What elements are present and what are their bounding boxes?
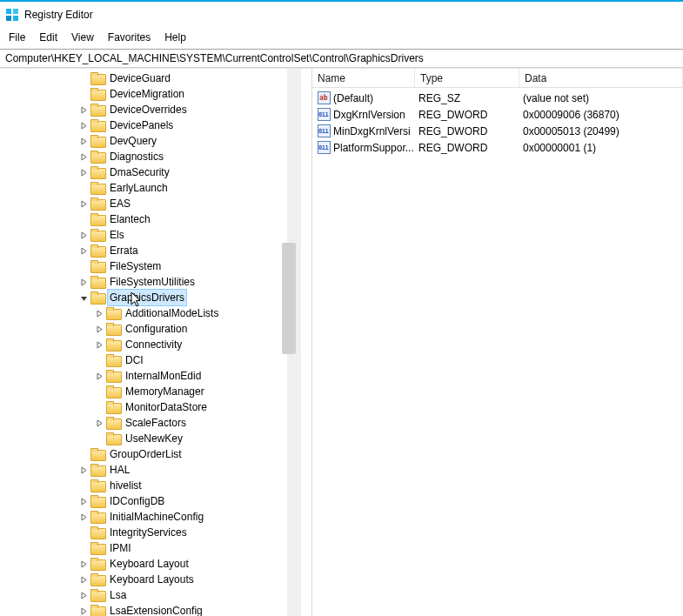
tree-expander-open-icon[interactable] [78, 292, 89, 303]
values-list-pane[interactable]: Name Type Data (Default)REG_SZ(value not… [312, 69, 683, 616]
tree-node[interactable]: Configuration [0, 321, 306, 337]
tree-node-label: MemoryManager [124, 384, 206, 399]
tree-node[interactable]: AdditionalModeLists [0, 305, 306, 321]
value-row[interactable]: MinDxgKrnlVersiREG_DWORD0x00005013 (2049… [312, 123, 683, 139]
tree-node[interactable]: EarlyLaunch [0, 180, 306, 196]
tree-expander-closed-icon[interactable] [78, 512, 89, 522]
tree-node[interactable]: DCI [0, 352, 306, 368]
tree-node[interactable]: Connectivity [0, 337, 306, 352]
menu-help[interactable]: Help [159, 30, 191, 45]
tree-node[interactable]: IPMI [0, 540, 306, 556]
tree-node[interactable]: Keyboard Layout [0, 556, 306, 572]
tree-node[interactable]: InitialMachineConfig [0, 509, 306, 525]
tree-node[interactable]: DmaSecurity [0, 164, 306, 180]
folder-icon [90, 511, 104, 523]
tree-expander-closed-icon[interactable] [78, 574, 89, 585]
menu-view[interactable]: View [66, 30, 99, 45]
folder-icon [90, 448, 104, 460]
value-name: (Default) [333, 92, 373, 104]
tree-expander-closed-icon[interactable] [78, 559, 89, 569]
tree-pane[interactable]: DeviceGuardDeviceMigrationDeviceOverride… [0, 69, 306, 616]
tree-node[interactable]: EAS [0, 196, 306, 211]
tree-expander-closed-icon[interactable] [94, 418, 104, 428]
folder-icon [90, 260, 104, 272]
folder-icon [106, 307, 120, 319]
tree-node[interactable]: InternalMonEdid [0, 368, 306, 384]
col-header-data[interactable]: Data [519, 69, 683, 87]
tree-node[interactable]: Errata [0, 243, 306, 258]
tree-node[interactable]: DeviceMigration [0, 86, 306, 102]
tree-expander-closed-icon[interactable] [78, 151, 89, 162]
tree-node[interactable]: FileSystemUtilities [0, 274, 306, 290]
tree-node-label: Configuration [124, 321, 189, 337]
value-name: PlatformSuppor... [333, 142, 414, 154]
value-row[interactable]: DxgKrnlVersionREG_DWORD0x00009006 (36870… [312, 106, 683, 123]
tree-node[interactable]: DeviceOverrides [0, 102, 306, 117]
menu-edit[interactable]: Edit [34, 30, 63, 45]
value-row[interactable]: PlatformSuppor...REG_DWORD0x00000001 (1) [312, 139, 683, 156]
menu-favorites[interactable]: Favorites [103, 30, 156, 45]
tree-node[interactable]: Diagnostics [0, 149, 306, 164]
tree-expander-closed-icon[interactable] [78, 277, 89, 287]
tree-expander-closed-icon[interactable] [94, 308, 104, 318]
tree-expander-closed-icon[interactable] [78, 606, 89, 616]
tree-expander-closed-icon[interactable] [78, 465, 89, 475]
folder-icon [90, 104, 104, 116]
tree-expander-closed-icon[interactable] [78, 496, 89, 506]
tree-node[interactable]: Keyboard Layouts [0, 572, 306, 587]
tree-node-label: DCI [124, 352, 145, 368]
tree-node[interactable]: IntegrityServices [0, 525, 306, 540]
folder-icon [90, 119, 104, 131]
list-header[interactable]: Name Type Data [312, 69, 683, 88]
tree-node[interactable]: DevQuery [0, 133, 306, 149]
tree-expander-closed-icon[interactable] [78, 167, 89, 177]
folder-icon [90, 72, 104, 84]
tree-node-label: AdditionalModeLists [124, 305, 220, 321]
tree-expander-closed-icon[interactable] [78, 590, 89, 600]
folder-icon [90, 464, 104, 476]
address-bar[interactable]: Computer\HKEY_LOCAL_MACHINE\SYSTEM\Curre… [0, 49, 683, 68]
value-type: REG_DWORD [417, 142, 521, 154]
tree-node-label: Els [108, 227, 126, 243]
tree-node[interactable]: Els [0, 227, 306, 243]
tree-node[interactable]: FileSystem [0, 258, 306, 274]
tree-node[interactable]: MemoryManager [0, 384, 306, 399]
col-header-name[interactable]: Name [312, 69, 415, 87]
tree-expander-closed-icon[interactable] [94, 324, 104, 334]
folder-icon [106, 338, 120, 351]
tree-expander-closed-icon[interactable] [78, 198, 89, 209]
tree-expander-closed-icon[interactable] [78, 104, 89, 115]
tree-node[interactable]: hivelist [0, 478, 306, 493]
tree-node[interactable]: GroupOrderList [0, 446, 306, 462]
registry-editor-window: Registry Editor File Edit View Favorites… [0, 0, 683, 616]
tree-node[interactable]: ScaleFactors [0, 415, 306, 431]
tree-node[interactable]: MonitorDataStore [0, 399, 306, 415]
col-header-type[interactable]: Type [415, 69, 519, 87]
tree-expander-closed-icon[interactable] [78, 245, 89, 256]
tree-node[interactable]: IDConfigDB [0, 493, 306, 509]
tree-expander-closed-icon[interactable] [78, 136, 89, 146]
tree-node[interactable]: Lsa [0, 587, 306, 603]
tree-node-label: FileSystemUtilities [108, 274, 197, 290]
menu-file[interactable]: File [3, 30, 30, 45]
folder-icon [106, 323, 120, 335]
tree-node[interactable]: Elantech [0, 211, 306, 227]
reg-dword-icon [318, 141, 331, 154]
folder-icon [90, 291, 104, 304]
value-name: MinDxgKrnlVersi [333, 125, 411, 137]
tree-expander-closed-icon[interactable] [94, 371, 104, 381]
tree-node[interactable]: UseNewKey [0, 431, 306, 446]
tree-node[interactable]: GraphicsDrivers [0, 290, 306, 305]
tree-node[interactable]: DevicePanels [0, 117, 306, 133]
tree-node[interactable]: LsaExtensionConfig [0, 603, 306, 616]
tree-expander-closed-icon[interactable] [78, 230, 89, 240]
tree-node-label: IDConfigDB [108, 493, 166, 509]
tree-node[interactable]: DeviceGuard [0, 70, 306, 86]
tree-node-label: DevicePanels [108, 117, 175, 133]
folder-icon [90, 88, 104, 100]
value-row[interactable]: (Default)REG_SZ(value not set) [312, 90, 683, 106]
tree-expander-closed-icon[interactable] [78, 120, 89, 131]
tree-expander-closed-icon[interactable] [94, 339, 104, 350]
tree-node[interactable]: HAL [0, 462, 306, 478]
titlebar[interactable]: Registry Editor [0, 2, 683, 28]
